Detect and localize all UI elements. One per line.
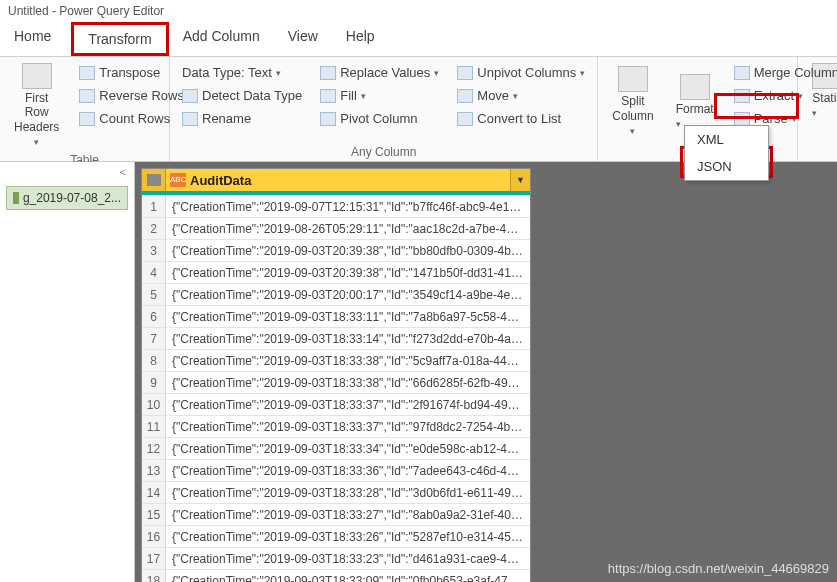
merge-icon xyxy=(734,66,750,80)
rename-icon xyxy=(182,112,198,126)
merge-columns-button[interactable]: Merge Columns xyxy=(730,63,837,82)
pivot-column-button[interactable]: Pivot Column xyxy=(316,109,443,128)
table-row[interactable]: 6{"CreationTime":"2019-09-03T18:33:11","… xyxy=(142,305,530,327)
table-row[interactable]: 2{"CreationTime":"2019-08-26T05:29:11","… xyxy=(142,217,530,239)
table-row[interactable]: 12{"CreationTime":"2019-09-03T18:33:34",… xyxy=(142,437,530,459)
replace-values-button[interactable]: Replace Values xyxy=(316,63,443,82)
table-row[interactable]: 9{"CreationTime":"2019-09-03T18:33:38","… xyxy=(142,371,530,393)
column-type-icon[interactable]: ABC xyxy=(170,173,186,187)
group-any-column-label: Any Column xyxy=(178,143,589,159)
row-number[interactable]: 9 xyxy=(142,372,166,393)
row-number[interactable]: 6 xyxy=(142,306,166,327)
split-column-button[interactable]: Split Column xyxy=(606,61,659,143)
convert-to-list-button[interactable]: Convert to List xyxy=(453,109,589,128)
cell-value[interactable]: {"CreationTime":"2019-09-03T20:39:38","I… xyxy=(166,262,530,283)
cell-value[interactable]: {"CreationTime":"2019-09-03T20:39:38","I… xyxy=(166,240,530,261)
cell-value[interactable]: {"CreationTime":"2019-09-03T18:33:38","I… xyxy=(166,350,530,371)
table-corner-icon xyxy=(147,174,161,186)
select-all-corner[interactable] xyxy=(142,169,166,191)
data-preview: ABC AuditData ▼ 1{"CreationTime":"2019-0… xyxy=(135,162,837,582)
cell-value[interactable]: {"CreationTime":"2019-08-26T05:29:11","I… xyxy=(166,218,530,239)
move-button[interactable]: Move xyxy=(453,86,589,105)
list-icon xyxy=(457,112,473,126)
row-number[interactable]: 11 xyxy=(142,416,166,437)
row-number[interactable]: 3 xyxy=(142,240,166,261)
row-number[interactable]: 1 xyxy=(142,196,166,217)
row-number[interactable]: 14 xyxy=(142,482,166,503)
query-icon xyxy=(13,192,19,204)
fill-button[interactable]: Fill xyxy=(316,86,443,105)
cell-value[interactable]: {"CreationTime":"2019-09-03T18:33:09","I… xyxy=(166,570,530,582)
split-icon xyxy=(618,66,648,92)
table-row[interactable]: 8{"CreationTime":"2019-09-03T18:33:38","… xyxy=(142,349,530,371)
table-row[interactable]: 14{"CreationTime":"2019-09-03T18:33:28",… xyxy=(142,481,530,503)
cell-value[interactable]: {"CreationTime":"2019-09-03T18:33:28","I… xyxy=(166,482,530,503)
tab-add-column[interactable]: Add Column xyxy=(169,22,274,56)
cell-value[interactable]: {"CreationTime":"2019-09-03T18:33:26","I… xyxy=(166,526,530,547)
detect-icon xyxy=(182,89,198,103)
row-number[interactable]: 13 xyxy=(142,460,166,481)
row-number[interactable]: 10 xyxy=(142,394,166,415)
table-icon xyxy=(22,63,52,89)
table-row[interactable]: 10{"CreationTime":"2019-09-03T18:33:37",… xyxy=(142,393,530,415)
cell-value[interactable]: {"CreationTime":"2019-09-03T18:33:36","I… xyxy=(166,460,530,481)
row-number[interactable]: 4 xyxy=(142,262,166,283)
table-row[interactable]: 1{"CreationTime":"2019-09-07T12:15:31","… xyxy=(142,195,530,217)
tab-help[interactable]: Help xyxy=(332,22,389,56)
table-row[interactable]: 17{"CreationTime":"2019-09-03T18:33:23",… xyxy=(142,547,530,569)
table-row[interactable]: 5{"CreationTime":"2019-09-03T20:00:17","… xyxy=(142,283,530,305)
row-number[interactable]: 17 xyxy=(142,548,166,569)
parse-xml-item[interactable]: XML xyxy=(685,126,768,153)
fill-icon xyxy=(320,89,336,103)
data-type-button[interactable]: Data Type: Text xyxy=(178,63,306,82)
table-row[interactable]: 11{"CreationTime":"2019-09-03T18:33:37",… xyxy=(142,415,530,437)
table-row[interactable]: 13{"CreationTime":"2019-09-03T18:33:36",… xyxy=(142,459,530,481)
cell-value[interactable]: {"CreationTime":"2019-09-03T18:33:37","I… xyxy=(166,394,530,415)
reverse-icon xyxy=(79,89,95,103)
column-filter-button[interactable]: ▼ xyxy=(510,169,530,191)
column-header[interactable]: ABC AuditData ▼ xyxy=(142,169,530,191)
row-number[interactable]: 8 xyxy=(142,350,166,371)
cell-value[interactable]: {"CreationTime":"2019-09-07T12:15:31","I… xyxy=(166,196,530,217)
row-number[interactable]: 2 xyxy=(142,218,166,239)
cell-value[interactable]: {"CreationTime":"2019-09-03T18:33:27","I… xyxy=(166,504,530,525)
cell-value[interactable]: {"CreationTime":"2019-09-03T18:33:37","I… xyxy=(166,416,530,437)
tab-transform[interactable]: Transform xyxy=(71,22,168,56)
row-number[interactable]: 7 xyxy=(142,328,166,349)
data-grid: ABC AuditData ▼ 1{"CreationTime":"2019-0… xyxy=(141,168,531,582)
detect-data-type-button[interactable]: Detect Data Type xyxy=(178,86,306,105)
table-row[interactable]: 18{"CreationTime":"2019-09-03T18:33:09",… xyxy=(142,569,530,582)
move-icon xyxy=(457,89,473,103)
table-row[interactable]: 16{"CreationTime":"2019-09-03T18:33:26",… xyxy=(142,525,530,547)
cell-value[interactable]: {"CreationTime":"2019-09-03T18:33:23","I… xyxy=(166,548,530,569)
pivot-icon xyxy=(320,112,336,126)
unpivot-icon xyxy=(457,66,473,80)
replace-icon xyxy=(320,66,336,80)
count-icon xyxy=(79,112,95,126)
query-item[interactable]: g_2019-07-08_2... xyxy=(6,186,128,210)
table-row[interactable]: 15{"CreationTime":"2019-09-03T18:33:27",… xyxy=(142,503,530,525)
row-number[interactable]: 12 xyxy=(142,438,166,459)
cell-value[interactable]: {"CreationTime":"2019-09-03T18:33:34","I… xyxy=(166,438,530,459)
unpivot-columns-button[interactable]: Unpivot Columns xyxy=(453,63,589,82)
tab-view[interactable]: View xyxy=(274,22,332,56)
row-number[interactable]: 16 xyxy=(142,526,166,547)
rename-button[interactable]: Rename xyxy=(178,109,306,128)
collapse-queries-button[interactable]: < xyxy=(0,162,134,182)
row-number[interactable]: 15 xyxy=(142,504,166,525)
table-row[interactable]: 3{"CreationTime":"2019-09-03T20:39:38","… xyxy=(142,239,530,261)
use-first-row-headers-button[interactable]: First Row Headers xyxy=(8,61,65,151)
table-row[interactable]: 4{"CreationTime":"2019-09-03T20:39:38","… xyxy=(142,261,530,283)
parse-json-item[interactable]: JSON xyxy=(685,153,768,180)
tab-home[interactable]: Home xyxy=(0,22,65,56)
window-title: Untitled - Power Query Editor xyxy=(0,0,837,22)
row-number[interactable]: 18 xyxy=(142,570,166,582)
cell-value[interactable]: {"CreationTime":"2019-09-03T18:33:11","I… xyxy=(166,306,530,327)
table-row[interactable]: 7{"CreationTime":"2019-09-03T18:33:14","… xyxy=(142,327,530,349)
column-name[interactable]: AuditData xyxy=(190,173,510,188)
cell-value[interactable]: {"CreationTime":"2019-09-03T18:33:14","I… xyxy=(166,328,530,349)
cell-value[interactable]: {"CreationTime":"2019-09-03T18:33:38","I… xyxy=(166,372,530,393)
queries-pane: < g_2019-07-08_2... xyxy=(0,162,135,582)
cell-value[interactable]: {"CreationTime":"2019-09-03T20:00:17","I… xyxy=(166,284,530,305)
row-number[interactable]: 5 xyxy=(142,284,166,305)
